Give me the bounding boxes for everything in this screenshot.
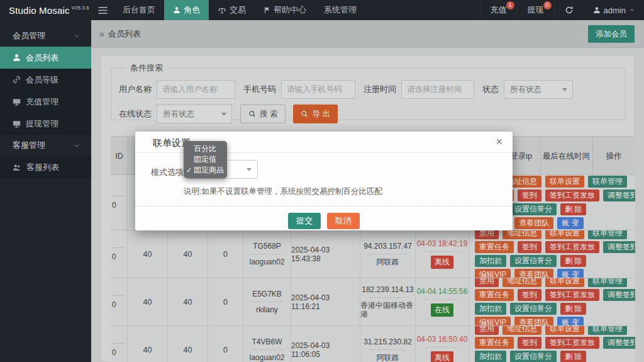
cell-username: T4VB6Wlaoguan02 (243, 326, 291, 362)
check-icon: ✓ (186, 165, 192, 176)
brand-version: V25.3.6 (72, 5, 89, 11)
sidebar-item-member-list[interactable]: 会员列表 (0, 47, 91, 69)
action-button[interactable]: 联单设置 (545, 176, 584, 188)
action-button[interactable]: 编辑VIP (475, 317, 511, 325)
action-button[interactable]: 联单管理 (588, 326, 627, 335)
action-button[interactable]: 联单设置 (545, 326, 584, 335)
action-button[interactable]: 查看团队 (514, 317, 553, 325)
nav-item-system[interactable]: 系统管理 (315, 0, 365, 20)
export-button[interactable]: 导 出 (293, 105, 337, 123)
action-button[interactable]: 签到 (518, 289, 541, 301)
action-line: 加扣款设置信誉分删 除 (475, 255, 633, 267)
action-button[interactable]: 编辑VIP (475, 269, 511, 278)
nav-item-trade[interactable]: 交易 (209, 0, 255, 20)
action-button[interactable]: 删 除 (560, 255, 586, 267)
action-button[interactable]: 联单管理 (588, 176, 627, 188)
action-button[interactable]: 禁用 (475, 278, 499, 287)
dropdown-option[interactable]: 百分比 (184, 144, 227, 154)
sidebar-item-label: 会员等级 (26, 74, 58, 86)
online-status-label: 在线状态 (119, 108, 152, 120)
action-button[interactable]: 调整签到天数 (603, 337, 635, 349)
action-button[interactable]: 设置信誉分 (510, 203, 557, 215)
action-button[interactable]: 签到 (518, 241, 541, 253)
action-button[interactable]: 调整签到天数 (603, 241, 635, 253)
action-button[interactable]: 签到工资发放 (545, 241, 599, 253)
sidebar-item-withdraw-mgmt[interactable]: 提现管理 (0, 113, 91, 135)
action-button[interactable]: 联单管理 (588, 230, 627, 239)
action-button[interactable]: 联单设置 (545, 230, 584, 239)
nav-item-dashboard[interactable]: 后台首页 (114, 0, 164, 20)
sidebar-item-support-list[interactable]: 客服列表 (0, 156, 91, 178)
monitor-icon (13, 98, 21, 106)
recharge-button[interactable]: 充值 1 (480, 0, 517, 20)
action-button[interactable]: 查看团队 (514, 217, 553, 229)
status-select[interactable]: 所有状态 (504, 80, 573, 99)
search-button[interactable]: 搜 索 (240, 105, 286, 123)
action-button[interactable]: 查看团队 (514, 269, 553, 278)
action-button[interactable]: 联单设置 (545, 278, 584, 287)
action-button[interactable]: 设置信誉分 (510, 303, 557, 315)
cancel-button[interactable]: 取消 (327, 213, 360, 229)
action-button[interactable]: 禁用 (475, 230, 499, 239)
close-icon[interactable]: × (496, 135, 502, 148)
add-member-button[interactable]: 添加会员 (588, 25, 635, 43)
user-menu[interactable]: admin (584, 0, 644, 20)
withdraw-button[interactable]: 提现 0 (517, 0, 554, 20)
action-button[interactable]: 签到工资发放 (545, 189, 599, 201)
action-button[interactable]: 加扣款 (475, 255, 506, 267)
nav-item-roles[interactable]: 角色 (164, 0, 209, 20)
flag-icon (264, 6, 270, 14)
action-button[interactable]: 签到 (518, 337, 541, 349)
action-button[interactable]: 地址信息 (502, 326, 541, 335)
monitor-icon (13, 120, 21, 128)
action-button[interactable]: 重置任务 (475, 337, 514, 349)
action-button[interactable]: 签到工资发放 (545, 289, 599, 301)
regtime-input[interactable] (401, 80, 474, 99)
search-panel: 条件搜索 用户名称 手机号码 注册时间 状态 所有状态 (111, 62, 626, 120)
member-code: E5G7KB (252, 290, 282, 298)
modal-divider (135, 206, 513, 206)
member-name: rkilany (256, 305, 278, 314)
online-select-value: 所有状态 (163, 109, 194, 120)
action-button[interactable]: 调整签到天数 (603, 189, 635, 201)
action-button[interactable]: 签到 (518, 189, 541, 201)
cell-last-online: 04-03 16:50:40离线 (416, 326, 469, 362)
dropdown-option[interactable]: 固定值 (184, 154, 227, 165)
action-button[interactable]: 删 除 (560, 351, 586, 362)
action-button[interactable]: 地址信息 (502, 230, 541, 239)
sidebar-group-members[interactable]: 会员管理 (0, 25, 91, 47)
action-button[interactable]: 调整签到天数 (603, 289, 635, 301)
action-button[interactable]: 加扣款 (475, 351, 506, 362)
action-button[interactable]: 账 变 (557, 317, 583, 325)
dropdown-option[interactable]: ✓固定商品 (184, 165, 227, 176)
modal-footer: 提交 取消 (135, 213, 513, 229)
action-button[interactable]: 重置任务 (475, 241, 514, 253)
action-button[interactable]: 账 变 (557, 217, 583, 229)
action-button[interactable]: 重置任务 (475, 289, 514, 301)
sidebar-item-recharge-mgmt[interactable]: 充值管理 (0, 91, 91, 113)
action-button[interactable]: 设置信誉分 (510, 255, 557, 267)
phone-input[interactable] (281, 80, 355, 99)
hamburger-icon[interactable] (91, 0, 114, 20)
action-button[interactable]: 禁用 (475, 326, 499, 335)
nav-item-help[interactable]: 帮助中心 (255, 0, 315, 20)
action-button[interactable]: 删 除 (560, 203, 586, 215)
action-button[interactable]: 删 除 (560, 303, 586, 315)
submit-button[interactable]: 提交 (288, 213, 321, 229)
id-value: 0 (112, 201, 116, 210)
cell-value-3: 0 (208, 278, 243, 325)
action-button[interactable]: 签到工资发放 (545, 337, 599, 349)
action-button[interactable]: 地址信息 (502, 278, 541, 287)
search-legend: 条件搜索 (125, 62, 168, 74)
action-button[interactable]: 账 变 (557, 269, 583, 278)
refresh-icon[interactable] (554, 0, 584, 20)
sidebar-item-member-level[interactable]: 会员等级 (0, 69, 91, 91)
action-button[interactable]: 联单管理 (588, 278, 627, 287)
online-status-select[interactable]: 所有状态 (157, 105, 232, 123)
action-button[interactable]: 加扣款 (475, 303, 506, 315)
sidebar-group-support[interactable]: 客服管理 (0, 135, 91, 156)
action-button[interactable]: 设置信誉分 (510, 351, 557, 362)
username-field-group: 用户名称 (119, 80, 235, 99)
last-online-time: 04-03 18:42:19 (417, 239, 468, 248)
username-input[interactable] (157, 80, 235, 99)
